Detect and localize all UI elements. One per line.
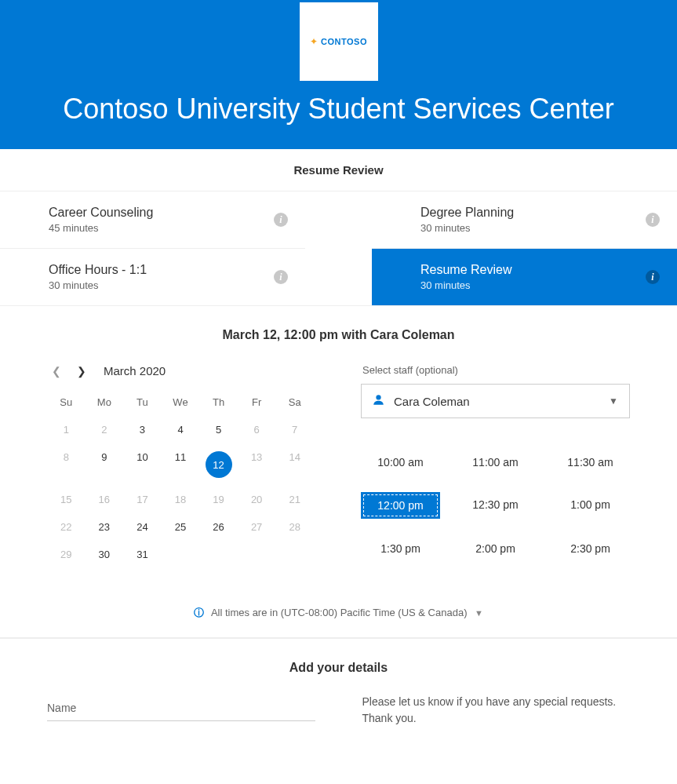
person-icon: [373, 394, 384, 408]
calendar-day: [275, 541, 314, 568]
staff-selected-name: Cara Coleman: [394, 395, 470, 408]
info-icon[interactable]: i: [646, 270, 660, 284]
page-title: Contoso University Student Services Cent…: [0, 93, 677, 126]
time-slot[interactable]: 12:30 pm: [456, 492, 535, 519]
service-card[interactable]: Resume Review30 minutesi: [372, 248, 677, 305]
service-grid: Career Counseling45 minutesiDegree Plann…: [0, 191, 677, 306]
calendar-day: [162, 541, 200, 568]
calendar-day[interactable]: 10: [123, 443, 162, 486]
calendar-day: 6: [238, 416, 276, 443]
special-requests-text: Please let us know if you have any speci…: [362, 694, 631, 727]
time-slot[interactable]: 1:00 pm: [551, 492, 630, 519]
details-heading: Add your details: [0, 639, 677, 694]
brand-name: CONTOSO: [321, 37, 367, 46]
calendar-day: 8: [47, 443, 86, 486]
service-card[interactable]: Degree Planning30 minutesi: [372, 191, 677, 248]
service-card[interactable]: Office Hours - 1:130 minutesi: [0, 248, 305, 305]
chevron-down-icon: ▼: [609, 396, 618, 407]
staff-select[interactable]: Cara Coleman ▼: [361, 384, 630, 418]
calendar-day[interactable]: 26: [199, 513, 238, 541]
time-slots: 10:00 am11:00 am11:30 am12:00 pm12:30 pm…: [361, 450, 630, 561]
calendar-day[interactable]: 23: [86, 513, 124, 541]
calendar-day[interactable]: 25: [162, 513, 200, 541]
calendar-day: 21: [275, 486, 314, 513]
service-name: Resume Review: [420, 263, 511, 277]
booking-summary: March 12, 12:00 pm with Cara Coleman: [0, 306, 677, 358]
time-slot[interactable]: 12:00 pm: [361, 492, 440, 519]
calendar-day[interactable]: 31: [123, 541, 162, 568]
staff-and-times: Select staff (optional) Cara Coleman ▼ 1…: [361, 358, 630, 568]
chevron-down-icon: ▼: [475, 608, 483, 618]
time-slot[interactable]: 2:00 pm: [456, 536, 535, 561]
time-slot[interactable]: 11:00 am: [456, 450, 535, 475]
calendar-day: 17: [123, 486, 162, 513]
info-icon[interactable]: i: [274, 213, 288, 227]
calendar-day: 15: [47, 486, 86, 513]
time-slot[interactable]: 11:30 am: [551, 450, 630, 475]
timezone-value: (UTC-08:00) Pacific Time (US & Canada): [281, 607, 468, 618]
service-name: Office Hours - 1:1: [49, 263, 147, 277]
calendar-day: 22: [47, 513, 86, 541]
calendar-day: 14: [275, 443, 314, 486]
calendar-day: 7: [275, 416, 314, 443]
service-duration: 45 minutes: [49, 222, 153, 234]
calendar-dow: We: [162, 392, 200, 416]
calendar-day[interactable]: 30: [86, 541, 124, 568]
time-slot[interactable]: 10:00 am: [361, 450, 440, 475]
service-duration: 30 minutes: [49, 279, 147, 291]
calendar-day[interactable]: 11: [162, 443, 200, 486]
calendar-day: [238, 541, 276, 568]
calendar-dow: Tu: [123, 392, 162, 416]
calendar-month-label: March 2020: [104, 364, 166, 377]
calendar-day[interactable]: 4: [162, 416, 200, 443]
calendar-dow: Mo: [86, 392, 124, 416]
calendar-day: 18: [162, 486, 200, 513]
calendar-dow: Th: [199, 392, 238, 416]
calendar-day: 19: [199, 486, 238, 513]
service-name: Career Counseling: [49, 206, 153, 220]
svg-point-0: [376, 395, 380, 399]
next-month-button[interactable]: ❯: [74, 365, 89, 377]
info-icon[interactable]: i: [274, 270, 288, 284]
calendar-dow: Sa: [275, 392, 314, 416]
service-duration: 30 minutes: [420, 222, 514, 234]
calendar-day: 16: [86, 486, 124, 513]
calendar-day[interactable]: 9: [86, 443, 124, 486]
timezone-prefix: All times are in: [211, 607, 278, 618]
calendar-day: 28: [275, 513, 314, 541]
calendar: ❮ ❯ March 2020 SuMoTuWeThFrSa12345678910…: [47, 358, 314, 568]
hero-banner: ✦ CONTOSO Contoso University Student Ser…: [0, 0, 677, 149]
calendar-day: 29: [47, 541, 86, 568]
service-card[interactable]: Career Counseling45 minutesi: [0, 191, 305, 248]
time-slot[interactable]: 1:30 pm: [361, 536, 440, 561]
logo-icon: ✦: [310, 36, 318, 47]
calendar-dow: Su: [47, 392, 86, 416]
brand-logo: ✦ CONTOSO: [300, 2, 378, 81]
timezone-row[interactable]: ⓘ All times are in (UTC-08:00) Pacific T…: [0, 592, 677, 638]
calendar-day: [199, 541, 238, 568]
info-icon: ⓘ: [194, 607, 204, 618]
calendar-day[interactable]: 3: [123, 416, 162, 443]
calendar-day[interactable]: 24: [123, 513, 162, 541]
calendar-day: 13: [238, 443, 276, 486]
service-duration: 30 minutes: [420, 279, 511, 291]
service-name: Degree Planning: [420, 206, 514, 220]
calendar-dow: Fr: [238, 392, 276, 416]
time-slot[interactable]: 2:30 pm: [551, 536, 630, 561]
calendar-day: 1: [47, 416, 86, 443]
name-field[interactable]: [47, 694, 315, 721]
calendar-day[interactable]: 12: [199, 443, 238, 486]
prev-month-button[interactable]: ❮: [49, 365, 64, 377]
info-icon[interactable]: i: [646, 213, 660, 227]
calendar-grid: SuMoTuWeThFrSa12345678910111213141516171…: [47, 392, 314, 568]
calendar-day[interactable]: 5: [199, 416, 238, 443]
selected-service-heading: Resume Review: [0, 149, 677, 191]
calendar-day: 27: [238, 513, 276, 541]
staff-label: Select staff (optional): [362, 364, 630, 376]
calendar-day: 2: [86, 416, 124, 443]
calendar-day: 20: [238, 486, 276, 513]
